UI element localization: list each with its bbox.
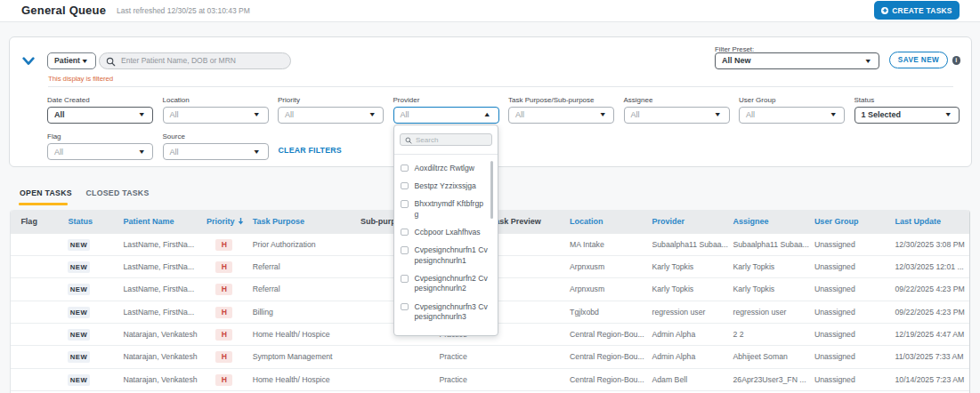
filter-label-provider: Provider — [393, 96, 420, 104]
provider-dropdown-panel: Aoxdiltrzc RwtlgwBestpz YzzixssjgaBhxxtn… — [393, 124, 498, 336]
column-header-purpose[interactable]: Task Purpose — [253, 210, 304, 233]
cell-assignee: 2 2 — [733, 324, 743, 346]
patient-search-input[interactable] — [121, 53, 286, 68]
sort-desc-icon — [238, 218, 244, 225]
filter-label-status: Status — [854, 96, 875, 104]
create-tasks-button[interactable]: CREATE TASKS — [874, 1, 960, 20]
cell-patient: LastName, FirstNa... — [123, 278, 194, 301]
cell-provider: Admin Alpha — [652, 346, 695, 368]
save-new-button[interactable]: SAVE NEW — [889, 52, 948, 69]
cell-purpose: Referral — [253, 256, 280, 278]
filter-card-divider — [48, 86, 953, 87]
column-header-priority[interactable]: Priority — [207, 210, 244, 233]
dropdown-divider — [394, 154, 498, 155]
cell-location: Central Region-Bou... — [570, 346, 644, 368]
column-header-label: Location — [570, 217, 603, 226]
search-icon — [405, 137, 412, 144]
provider-option-checkbox[interactable] — [401, 182, 409, 190]
filter-select-priority[interactable]: All▼ — [278, 107, 384, 124]
cell-group: Unassigned — [814, 346, 855, 368]
filter-select-location[interactable]: All▼ — [163, 107, 269, 124]
cell-group: Unassigned — [814, 301, 855, 324]
filtered-note: This display is filtered — [48, 75, 113, 83]
provider-option-label: Ccbpoor Lxahfhvas — [415, 228, 490, 238]
filter-value-provider: All — [394, 110, 487, 119]
filter-select-date-created[interactable]: All▼ — [47, 107, 153, 124]
column-header-label: Task Purpose — [253, 217, 304, 226]
priority-badge: H — [215, 351, 232, 363]
filter-label-assignee: Assignee — [624, 96, 653, 104]
chevron-down-icon: ▼ — [599, 111, 613, 117]
provider-option[interactable]: Cvpesignchnurfn3 Cvpesignchnurln3 — [401, 302, 492, 323]
last-refreshed-text: Last refreshed 12/30/25 at 03:10:43 PM — [117, 6, 250, 15]
tab-closed-tasks[interactable]: CLOSED TASKS — [86, 188, 150, 197]
cell-updated: 10/14/2025 7:23 AM — [895, 369, 964, 391]
column-header-label: Last Update — [895, 217, 941, 226]
cell-location: Central Region-Bou... — [570, 369, 644, 391]
filter-label-priority: Priority — [278, 96, 300, 104]
status-badge: NEW — [68, 374, 90, 386]
provider-option-checkbox[interactable] — [401, 164, 409, 172]
provider-option[interactable]: Bhxxtnymdf Kftbfrgpg — [401, 199, 492, 220]
clear-filters-button[interactable]: CLEAR FILTERS — [279, 146, 342, 155]
table-row[interactable]: NEWNatarajan, VenkateshHSymptom Manageme… — [11, 346, 970, 368]
dropdown-scrollbar-thumb[interactable] — [490, 161, 494, 219]
provider-option-checkbox[interactable] — [401, 246, 409, 254]
column-header-label: Provider — [652, 217, 684, 226]
filter-label-user-group: User Group — [739, 96, 775, 104]
filter-preset-select[interactable]: All New ▼ — [715, 52, 879, 69]
info-icon[interactable]: i — [952, 56, 961, 65]
filter-select-user-group[interactable]: All▼ — [739, 107, 845, 124]
cell-patient: Natarajan, Venkatesh — [123, 346, 197, 368]
table-row[interactable]: NEWNatarajan, VenkateshHHome Health/ Hos… — [11, 369, 970, 391]
filter-label-flag: Flag — [47, 132, 61, 140]
column-header-location[interactable]: Location — [570, 210, 603, 233]
filter-select-flag[interactable]: All▼ — [47, 143, 153, 160]
column-header-label: Status — [69, 217, 93, 226]
provider-option[interactable]: Aoxdiltrzc Rwtlgw — [401, 164, 492, 174]
provider-option-checkbox[interactable] — [401, 229, 409, 237]
priority-badge: H — [215, 261, 232, 273]
filter-select-status[interactable]: 1 Selected▼ — [854, 107, 960, 124]
filter-value-assignee: All — [625, 110, 717, 119]
task-queue-screen: General Queue Last refreshed 12/30/25 at… — [0, 0, 980, 393]
provider-option[interactable]: Cvpesignchnurfn2 Cvpesignchnurln2 — [401, 274, 492, 294]
cell-assignee: Subaalpha11 Subaa... — [733, 234, 808, 256]
tab-open-tasks[interactable]: OPEN TASKS — [20, 188, 72, 197]
plus-icon — [881, 7, 888, 14]
column-header-status[interactable]: Status — [69, 210, 93, 233]
status-badge: NEW — [68, 307, 90, 318]
cell-group: Unassigned — [814, 369, 855, 391]
provider-option-checkbox[interactable] — [401, 275, 409, 283]
chevron-down-icon: ▼ — [253, 111, 267, 117]
column-header-label: User Group — [814, 217, 859, 226]
filter-select-task-purpose-sub-purpose[interactable]: All▼ — [508, 107, 614, 124]
filter-label-source: Source — [163, 132, 185, 140]
cell-patient: Natarajan, Venkatesh — [123, 369, 197, 391]
column-header-patient[interactable]: Patient Name — [123, 210, 174, 233]
filter-value-status: 1 Selected — [855, 110, 947, 119]
chevron-down-icon: ▼ — [138, 148, 152, 155]
filter-select-source[interactable]: All▼ — [163, 143, 269, 160]
column-header-provider[interactable]: Provider — [652, 210, 684, 233]
column-header-assignee[interactable]: Assignee — [733, 210, 768, 233]
cell-updated: 12/30/2025 3:08 PM — [895, 234, 964, 256]
column-header-updated[interactable]: Last Update — [895, 210, 941, 233]
collapse-filters-chevron-icon[interactable] — [22, 57, 35, 66]
active-tab-underline — [19, 203, 68, 205]
search-type-select[interactable]: Patient ▼ — [47, 52, 96, 69]
priority-badge: H — [215, 329, 232, 341]
provider-dropdown-search-input[interactable] — [416, 134, 487, 145]
provider-option[interactable]: Bestpz Yzzixssjga — [401, 181, 492, 192]
cell-provider: Admin Alpha — [652, 324, 695, 346]
chevron-down-icon: ▼ — [714, 111, 728, 117]
cell-provider: Karly Topkis — [652, 278, 693, 301]
filter-select-assignee[interactable]: All▼ — [624, 107, 730, 124]
provider-option-checkbox[interactable] — [401, 303, 409, 311]
column-header-group[interactable]: User Group — [814, 210, 859, 233]
provider-option[interactable]: Ccbpoor Lxahfhvas — [401, 228, 492, 238]
provider-option[interactable]: Cvpesignchnurfn1 Cvpesignchnurln1 — [401, 245, 492, 266]
filter-select-provider[interactable]: All▲ — [393, 107, 499, 124]
provider-option-checkbox[interactable] — [401, 200, 409, 208]
provider-dropdown-search-box — [400, 133, 492, 146]
